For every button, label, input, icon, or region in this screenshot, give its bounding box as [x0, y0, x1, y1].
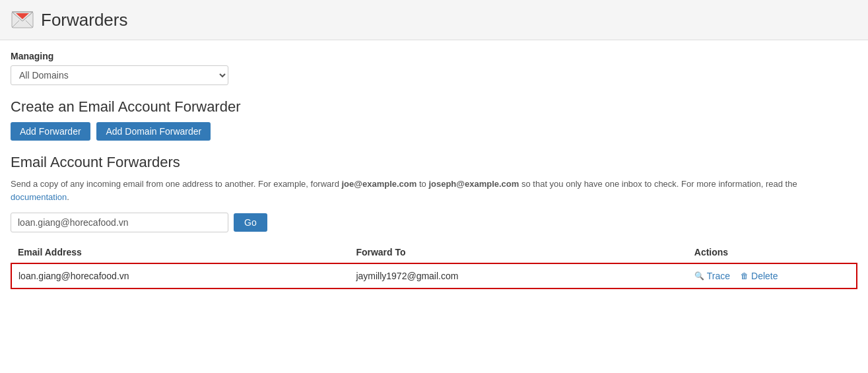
page-content: Managing All Domains Create an Email Acc…	[0, 40, 868, 300]
managing-select[interactable]: All Domains	[11, 65, 228, 85]
forward-to-value: jaymilly1972@gmail.com	[356, 271, 458, 281]
managing-label: Managing	[11, 51, 857, 61]
documentation-link[interactable]: documentation	[11, 192, 67, 202]
add-domain-forwarder-button[interactable]: Add Domain Forwarder	[96, 122, 211, 141]
search-input[interactable]	[11, 213, 228, 232]
go-button[interactable]: Go	[234, 213, 267, 232]
trace-label: Trace	[707, 271, 730, 281]
managing-section: Managing All Domains	[11, 51, 857, 85]
description-text-2: to	[417, 179, 428, 189]
description-text-1: Send a copy of any incoming email from o…	[11, 179, 341, 189]
col-forward-to: Forward To	[349, 242, 687, 263]
table-row: loan.giang@horecafood.vn jaymilly1972@gm…	[11, 263, 857, 288]
forwarders-description: Send a copy of any incoming email from o…	[11, 178, 857, 203]
table-body: loan.giang@horecafood.vn jaymilly1972@gm…	[11, 263, 857, 288]
example-to: joseph@example.com	[428, 179, 519, 189]
page-title: Forwarders	[41, 10, 127, 30]
create-section: Create an Email Account Forwarder Add Fo…	[11, 98, 857, 141]
cell-email: loan.giang@horecafood.vn	[11, 263, 349, 288]
forwarders-icon	[11, 8, 34, 32]
table-header-row: Email Address Forward To Actions	[11, 242, 857, 263]
example-from: joe@example.com	[341, 179, 417, 189]
description-text-3: so that you only have one inbox to check…	[519, 179, 797, 189]
cell-actions: 🔍 Trace 🗑 Delete	[688, 263, 857, 288]
search-row: Go	[11, 213, 857, 232]
table-header: Email Address Forward To Actions	[11, 242, 857, 263]
add-forwarder-button[interactable]: Add Forwarder	[11, 122, 90, 141]
delete-link[interactable]: 🗑 Delete	[741, 271, 778, 281]
delete-label: Delete	[751, 271, 778, 281]
forwarders-section-title: Email Account Forwarders	[11, 154, 857, 171]
col-actions: Actions	[688, 242, 857, 263]
trash-icon: 🗑	[741, 271, 749, 281]
description-end: .	[67, 192, 69, 202]
search-icon: 🔍	[694, 271, 704, 281]
actions-container: 🔍 Trace 🗑 Delete	[694, 271, 850, 281]
page-header: Forwarders	[0, 0, 868, 40]
forwarders-table: Email Address Forward To Actions loan.gi…	[11, 242, 857, 289]
email-value: loan.giang@horecafood.vn	[18, 271, 129, 281]
create-section-title: Create an Email Account Forwarder	[11, 98, 857, 116]
col-email-address: Email Address	[11, 242, 349, 263]
cell-forward-to: jaymilly1972@gmail.com	[349, 263, 687, 288]
forwarders-table-wrapper: Email Address Forward To Actions loan.gi…	[11, 242, 857, 289]
forwarders-section: Email Account Forwarders Send a copy of …	[11, 154, 857, 289]
create-buttons: Add Forwarder Add Domain Forwarder	[11, 122, 857, 141]
trace-link[interactable]: 🔍 Trace	[694, 271, 730, 281]
